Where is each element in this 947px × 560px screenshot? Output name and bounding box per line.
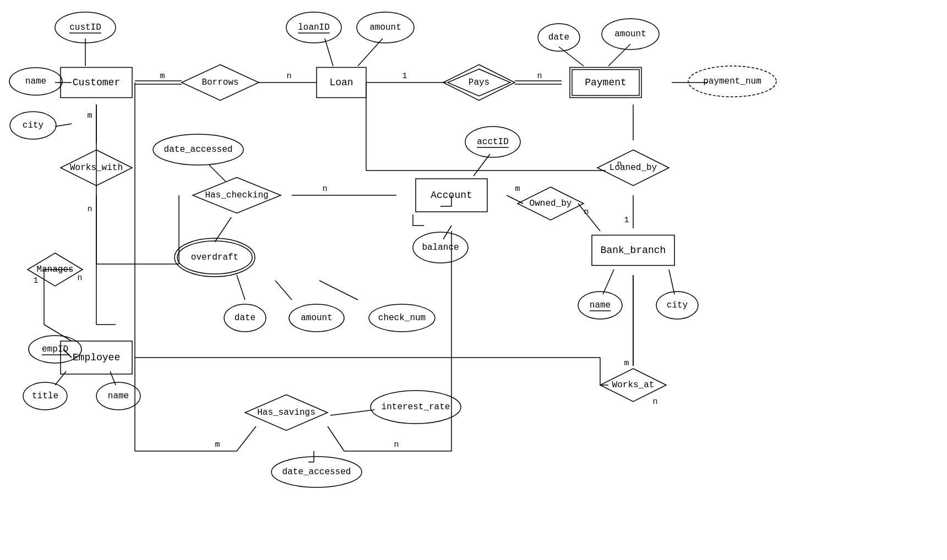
er-diagram-canvas <box>0 0 947 560</box>
